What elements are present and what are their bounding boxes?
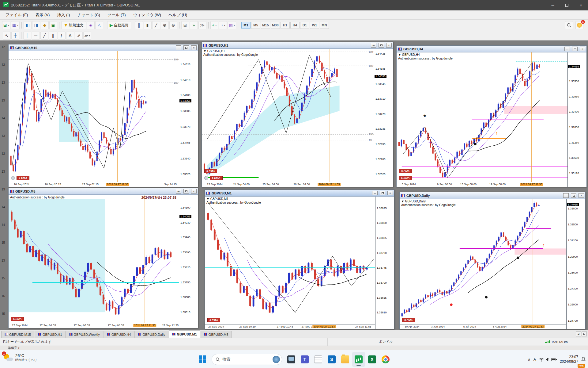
periods-button[interactable]: ◔▾ [219, 21, 227, 29]
chart-titlebar[interactable]: GBPUSD,H4 ─ × [397, 46, 586, 52]
menu-chart[interactable]: チャート (C) [74, 11, 104, 19]
timeframe-m1-button[interactable]: M1 [241, 22, 251, 29]
chart-minimize-button[interactable]: ─ [176, 45, 181, 50]
vertical-line-tool-button[interactable]: │ [23, 32, 31, 40]
chrome-app-icon[interactable] [379, 352, 392, 367]
market-watch-button[interactable]: ◧ [24, 21, 32, 29]
menu-insert[interactable]: 挿入 (I) [53, 11, 74, 19]
navigator-button[interactable]: ◆ [41, 21, 49, 29]
chart-minimize-button[interactable]: ─ [371, 43, 376, 48]
timeframe-h4-button[interactable]: H4 [290, 22, 300, 29]
chart-window-gbpusd-m5[interactable]: GBPUSD,M5 ─ × 1.341001.340301.339601.338… [8, 188, 198, 328]
chart-minimize-button[interactable]: ─ [563, 193, 569, 198]
chart-window-gbpusd-m15[interactable]: GBPUSD,M15 ─ × 1.343251.342101.341001.33… [8, 44, 198, 187]
chart-titlebar[interactable]: GBPUSD,M1 ─ × [205, 190, 394, 197]
timeframe-w1-button[interactable]: W1 [310, 22, 319, 29]
crosshair-tool-button[interactable]: ┼ [11, 32, 19, 40]
status-connection[interactable]: 15911/9 kb [542, 338, 588, 346]
excel-app-icon[interactable]: X [365, 352, 379, 367]
profiles-button[interactable]: ▦▾ [11, 21, 20, 29]
menu-file[interactable]: ファイル (F) [2, 11, 32, 19]
chart-close-button[interactable]: × [387, 191, 393, 195]
menu-help[interactable]: ヘルプ (H) [165, 11, 191, 19]
timeframe-m15-button[interactable]: M15 [261, 22, 270, 29]
chart-plot-area[interactable]: 1.339251.338801.338351.337901.337451.337… [205, 197, 394, 329]
chart-plot-area[interactable]: 1.343251.342101.341001.339851.338701.337… [9, 51, 198, 187]
tab-gbpusd-h4[interactable]: GBPUSD,H4 [104, 331, 134, 338]
chart-titlebar[interactable]: GBPUSD,M15 ─ × [9, 44, 198, 51]
timeframe-mn-button[interactable]: MN [320, 22, 329, 29]
community-button[interactable]: 1 [575, 21, 583, 29]
candlestick-button[interactable]: ▮ [144, 21, 152, 29]
mt4-app-icon[interactable] [352, 352, 365, 367]
chart-minimize-button[interactable]: ─ [176, 189, 181, 194]
new-chart-button[interactable]: ⊞▾ [2, 21, 10, 29]
explorer-app-icon[interactable] [338, 352, 352, 367]
tab-gbpusd-m5[interactable]: GBPUSD,M5 [201, 331, 232, 338]
chart-titlebar[interactable]: GBPUSD,Daily ─ × [400, 192, 585, 199]
chart-window-gbpusd-daily[interactable]: GBPUSD,Daily ─ × ↑1.338001.325001.312001… [399, 192, 586, 329]
chart-minimize-button[interactable]: ─ [564, 47, 570, 51]
chart-shift-button[interactable]: ≫ [198, 21, 206, 29]
tab-gbpusd-weekly[interactable]: GBPUSD,Weekly [66, 331, 103, 338]
chart-close-button[interactable]: × [580, 47, 585, 51]
minimize-button[interactable]: ─ [546, 0, 560, 10]
new-order-button[interactable]: ▼新規注文 [61, 21, 86, 29]
auto-scroll-button[interactable]: » [190, 21, 198, 29]
ime-indicator[interactable]: A [533, 357, 536, 362]
menu-tools[interactable]: ツール (T) [104, 11, 130, 19]
timeframe-m30-button[interactable]: M30 [271, 22, 280, 29]
tile-windows-button[interactable]: ⊞ [181, 21, 189, 29]
store-app-icon[interactable]: S [325, 352, 338, 367]
chart-restore-button[interactable] [380, 191, 385, 195]
tab-gbpusd-h1[interactable]: GBPUSD,H1 [35, 331, 66, 338]
start-button[interactable] [196, 352, 209, 367]
chart-minimize-button[interactable]: ─ [372, 191, 378, 195]
chart-close-button[interactable]: × [386, 43, 392, 48]
zoom-in-button[interactable]: ⊕ [161, 21, 169, 29]
chart-titlebar[interactable]: GBPUSD,M5 ─ × [9, 188, 198, 195]
arrows-tool-button[interactable]: ⇗ [75, 32, 83, 40]
menu-window[interactable]: ウィンドウ (W) [130, 11, 165, 19]
chart-window-gbpusd-h1[interactable]: GBPUSD,H1 ─ × 1.344251.341851.339451.337… [202, 42, 393, 187]
fibonacci-tool-button[interactable]: ƒ [58, 32, 66, 40]
bar-chart-button[interactable]: ║ [135, 21, 143, 29]
chart-close-button[interactable]: × [191, 45, 197, 50]
channel-tool-button[interactable]: ∥ [49, 32, 57, 40]
trendline-tool-button[interactable]: ╱ [40, 32, 48, 40]
auto-trading-button[interactable]: ▶自動売買 [107, 21, 131, 29]
metaeditor-button[interactable]: ◈ [87, 21, 95, 29]
tab-gbpusd-daily[interactable]: GBPUSD,Daily [134, 331, 168, 338]
device-app-icon[interactable] [285, 352, 298, 367]
tray-system-icons[interactable] [539, 357, 557, 362]
shapes-dropdown-button[interactable]: ▱▾ [83, 32, 91, 40]
timeframe-d1-button[interactable]: D1 [300, 22, 309, 29]
zoom-out-button[interactable]: ⊖ [169, 21, 177, 29]
text-tool-button[interactable]: A [66, 32, 74, 40]
chart-titlebar[interactable]: GBPUSD,H1 ─ × [202, 42, 393, 49]
tab-scroll-left-button[interactable]: ◀ [576, 332, 581, 336]
chart-restore-button[interactable] [183, 189, 189, 194]
chart-restore-button[interactable] [572, 47, 578, 51]
line-chart-button[interactable]: ╱ [152, 21, 160, 29]
menu-view[interactable]: 表示 (V) [32, 11, 53, 19]
horizontal-line-tool-button[interactable]: ─ [32, 32, 40, 40]
taskbar-clock[interactable]: 23:07 2024/09/27 [560, 355, 578, 364]
search-box[interactable]: 検索 [212, 354, 282, 365]
maximize-button[interactable] [560, 0, 574, 10]
tab-gbpusd-m1[interactable]: GBPUSD,M1 [169, 330, 200, 338]
indicators-button[interactable]: +▾ [210, 21, 218, 29]
close-button[interactable]: × [574, 0, 588, 10]
cursor-tool-button[interactable]: ↖ [3, 32, 11, 40]
chart-restore-button[interactable] [571, 193, 576, 198]
teams-app-icon[interactable]: T [298, 352, 311, 367]
chart-plot-area[interactable]: ★↑1.335301.329601.324001.318301.312601.3… [397, 52, 586, 187]
tray-chevron-icon[interactable]: ∧ [528, 357, 530, 362]
tab-gbpusd-m15[interactable]: GBPUSD,M15 [1, 331, 34, 338]
chart-plot-area[interactable]: ↑1.338001.325001.312001.299001.286001.27… [400, 199, 585, 329]
chart-plot-area[interactable]: 1.341001.340301.339601.338901.338201.337… [9, 195, 198, 328]
strategy-tester-button[interactable]: △ [95, 21, 103, 29]
chart-close-button[interactable]: × [191, 189, 197, 194]
chart-restore-button[interactable] [379, 43, 384, 48]
weather-widget[interactable]: 1 26°C 晴れ時々くもり [3, 353, 37, 362]
